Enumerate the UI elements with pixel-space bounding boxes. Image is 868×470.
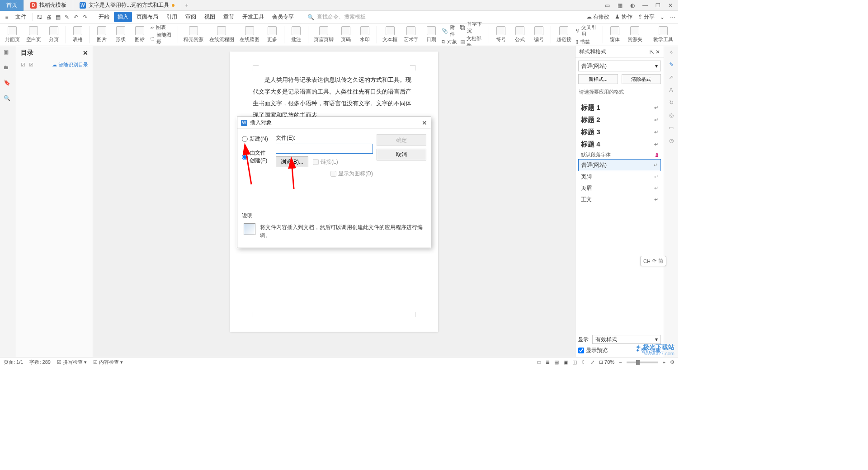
folder-icon[interactable]: 🖿 — [4, 64, 13, 73]
rib-shape[interactable]: 形状 — [112, 25, 129, 44]
rib-more[interactable]: 更多 — [264, 25, 281, 44]
rib-cover[interactable]: 封面页 — [3, 25, 22, 44]
view-mode-focus[interactable]: ◫ — [572, 359, 577, 365]
close-window-icon[interactable]: ✕ — [666, 1, 675, 9]
rib-page-break[interactable]: 分页 — [45, 25, 62, 44]
style-h3[interactable]: 标题 3↵ — [578, 126, 661, 138]
maximize-icon[interactable]: ❐ — [654, 1, 662, 9]
rrail-convert-icon[interactable]: ↻ — [669, 99, 674, 106]
rrail-edit-icon[interactable]: ⟡ — [670, 49, 673, 55]
redo-icon[interactable]: ↷ — [81, 13, 89, 21]
view-mode-web[interactable]: ▤ — [554, 359, 559, 365]
expand-all-icon[interactable]: ☑ — [21, 62, 25, 68]
preview-checkbox[interactable] — [578, 348, 584, 353]
radio-new[interactable]: 新建(N) — [242, 135, 269, 143]
rib-comment[interactable]: 批注 — [288, 25, 305, 44]
rrail-clock-icon[interactable]: ◷ — [669, 137, 674, 144]
rib-docer-resource[interactable]: 稻壳资源 — [181, 25, 205, 44]
menu-dev-tools[interactable]: 开发工具 — [239, 12, 268, 22]
style-normal-web[interactable]: 普通(网站)↵ — [578, 159, 661, 171]
style-header[interactable]: 页眉↵ — [578, 183, 661, 194]
clear-format-button[interactable]: 清除格式 — [622, 74, 661, 84]
search-rail-icon[interactable]: 🔍 — [4, 95, 13, 104]
rib-resource[interactable]: 资源夹 — [625, 25, 645, 44]
rib-wordart[interactable]: 艺术字 — [401, 25, 421, 44]
ok-button[interactable]: 确定 — [377, 134, 426, 146]
zoom-in-icon[interactable]: + — [663, 360, 665, 365]
rib-textbox[interactable]: 文本框 — [380, 25, 400, 44]
rib-blank-page[interactable]: 空白页 — [24, 25, 43, 44]
more-icon[interactable]: ⋯ — [670, 14, 675, 20]
rib-mindmap[interactable]: 在线脑图 — [238, 25, 262, 44]
collab-button[interactable]: ♟ 协作 — [615, 13, 632, 21]
outline-icon[interactable]: ▣ — [4, 49, 13, 58]
cancel-button[interactable]: 取消 — [377, 149, 426, 160]
save-icon[interactable]: 🖫 — [36, 13, 44, 21]
settings-icon[interactable]: ⚙ — [670, 359, 675, 365]
tab-template[interactable]: D 找稻壳模板 — [24, 0, 73, 11]
panel-close-icon[interactable]: ✕ — [656, 49, 660, 55]
rib-numbering[interactable]: 编号 — [530, 25, 547, 44]
zoom-slider[interactable] — [627, 362, 658, 363]
print-preview-icon[interactable]: ▤ — [54, 13, 62, 21]
style-body[interactable]: 正文↵ — [578, 194, 661, 205]
page-indicator[interactable]: 页面: 1/1 — [4, 359, 23, 366]
rib-watermark[interactable]: 水印 — [356, 25, 373, 44]
search-input[interactable]: 🔍查找命令、搜索模板 — [307, 13, 366, 21]
rrail-pin-icon[interactable]: ◎ — [669, 112, 674, 118]
menu-insert[interactable]: 插入 — [114, 12, 132, 22]
grid-icon[interactable]: ▦ — [616, 1, 624, 9]
rrail-brush-icon[interactable]: ✎ — [669, 61, 674, 68]
fit-icon[interactable]: ⤢ — [590, 359, 594, 365]
rib-symbol[interactable]: 符号 — [492, 25, 509, 44]
menu-section[interactable]: 章节 — [220, 12, 238, 22]
current-style-combo[interactable]: 普通(网站)▾ — [578, 61, 661, 71]
user-avatar[interactable]: ◐ — [628, 1, 637, 9]
tab-add[interactable]: + — [181, 2, 192, 9]
dialog-close-icon[interactable]: ✕ — [422, 119, 427, 127]
rib-hyperlink[interactable]: 超链接 — [554, 25, 574, 44]
rib-picture[interactable]: 图片 — [93, 25, 110, 44]
minimize-icon[interactable]: — — [641, 1, 649, 9]
file-menu[interactable]: 文件 — [12, 12, 30, 22]
link-checkbox[interactable]: 链接(L) — [313, 158, 338, 166]
rrail-select-icon[interactable]: ⬀ — [669, 74, 674, 80]
menu-start[interactable]: 开始 — [95, 12, 113, 22]
browse-button[interactable]: 浏览(B)... — [276, 156, 308, 167]
rib-table[interactable]: 表格 — [69, 25, 86, 44]
bookmark-icon[interactable]: 🔖 — [4, 80, 13, 89]
tab-home[interactable]: 首页 — [0, 0, 24, 11]
rib-icon[interactable]: 图标 — [131, 25, 148, 44]
rrail-book-icon[interactable]: ▭ — [669, 125, 674, 131]
smart-toc-link[interactable]: ☁智能识别目录 — [52, 61, 88, 68]
night-mode-icon[interactable]: ☾ — [581, 359, 586, 365]
ime-indicator[interactable]: CH⟳简 — [640, 256, 666, 266]
spellcheck-toggle[interactable]: ☑ 拼写检查 ▾ — [57, 359, 87, 366]
print-icon[interactable]: 🖨 — [45, 13, 53, 21]
toc-close-icon[interactable]: ✕ — [83, 49, 88, 56]
zoom-display[interactable]: ⊡ 70% — [599, 359, 614, 365]
content-check-toggle[interactable]: ☑ 内容检查 ▾ — [93, 359, 123, 366]
rib-crossref-bookmark[interactable]: ↯交叉引用 ▯书签 — [576, 24, 599, 45]
menu-reference[interactable]: 引用 — [163, 12, 181, 22]
collapse-all-icon[interactable]: ☒ — [29, 62, 33, 68]
rib-page-number[interactable]: 页码 — [337, 25, 354, 44]
tab-document[interactable]: W 文字是人类用符...远的方式和工具 — [73, 0, 181, 11]
undo-icon[interactable]: ↶ — [72, 13, 80, 21]
rib-form[interactable]: 窗体 — [606, 25, 623, 44]
menu-vip[interactable]: 会员专享 — [269, 12, 297, 22]
word-count[interactable]: 字数: 289 — [29, 359, 50, 366]
rib-header-footer[interactable]: 页眉页脚 — [311, 25, 335, 44]
radio-from-file[interactable]: 由文件创建(F) — [242, 149, 269, 164]
unsaved-indicator[interactable]: ☁ 有修改 — [586, 13, 609, 21]
rib-date[interactable]: 日期 — [423, 25, 440, 44]
rrail-abc-icon[interactable]: A — [669, 87, 673, 93]
format-painter-icon[interactable]: ✎ — [63, 13, 71, 21]
rib-attach-object[interactable]: 📎附件 ⧉对象 — [442, 24, 458, 45]
rib-chart-smart[interactable]: ᨀ图表 ◌智能图形 — [150, 24, 175, 45]
view-mode-read[interactable]: ▣ — [563, 359, 568, 365]
pin-icon[interactable]: ⇱ — [650, 49, 654, 55]
style-h2[interactable]: 标题 2↵ — [578, 114, 661, 126]
show-filter-combo[interactable]: 有效样式▾ — [592, 335, 661, 344]
rib-flowchart[interactable]: 在线流程图 — [207, 25, 236, 44]
